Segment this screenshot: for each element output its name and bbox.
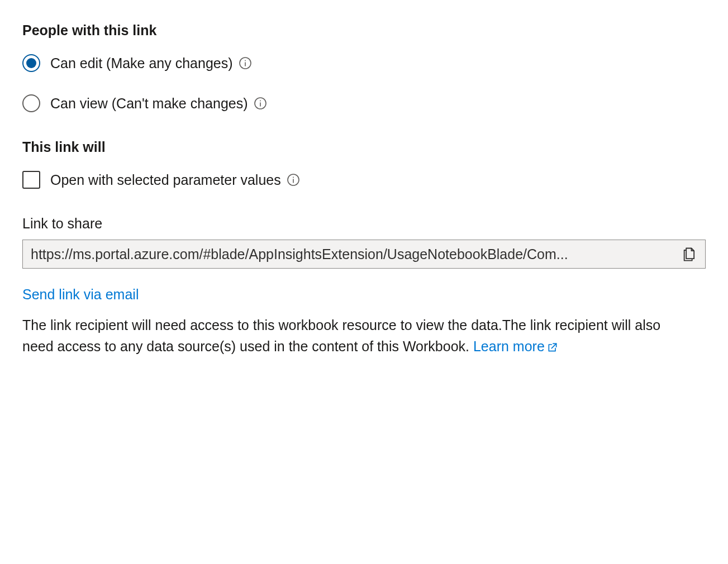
info-icon[interactable]	[239, 56, 252, 70]
radio-indicator	[22, 54, 40, 72]
access-description: The link recipient will need access to t…	[22, 315, 670, 357]
send-link-via-email[interactable]: Send link via email	[22, 286, 139, 303]
info-icon[interactable]	[287, 173, 300, 187]
copy-icon[interactable]	[682, 246, 697, 262]
description-text: The link recipient will need access to t…	[22, 317, 660, 354]
radio-indicator	[22, 94, 40, 112]
svg-point-7	[293, 177, 294, 178]
radio-can-edit[interactable]: Can edit (Make any changes)	[22, 54, 706, 72]
external-link-icon	[547, 342, 558, 353]
share-url-input[interactable]	[31, 246, 674, 262]
radio-label: Can edit (Make any changes)	[50, 55, 233, 71]
checkbox-indicator	[22, 171, 40, 189]
radio-can-view[interactable]: Can view (Can't make changes)	[22, 94, 706, 112]
svg-point-4	[260, 101, 261, 102]
permissions-radio-group: Can edit (Make any changes) Can view (Ca…	[22, 54, 706, 112]
learn-more-link[interactable]: Learn more	[473, 338, 558, 354]
permissions-heading: People with this link	[22, 22, 706, 39]
info-icon[interactable]	[254, 97, 267, 110]
radio-label: Can view (Can't make changes)	[50, 95, 248, 112]
link-options-heading: This link will	[22, 139, 706, 155]
svg-point-1	[245, 60, 246, 61]
checkbox-open-with-params[interactable]: Open with selected parameter values	[22, 171, 706, 189]
link-to-share-label: Link to share	[22, 216, 706, 232]
checkbox-label: Open with selected parameter values	[50, 172, 281, 188]
link-input-container	[22, 240, 706, 269]
